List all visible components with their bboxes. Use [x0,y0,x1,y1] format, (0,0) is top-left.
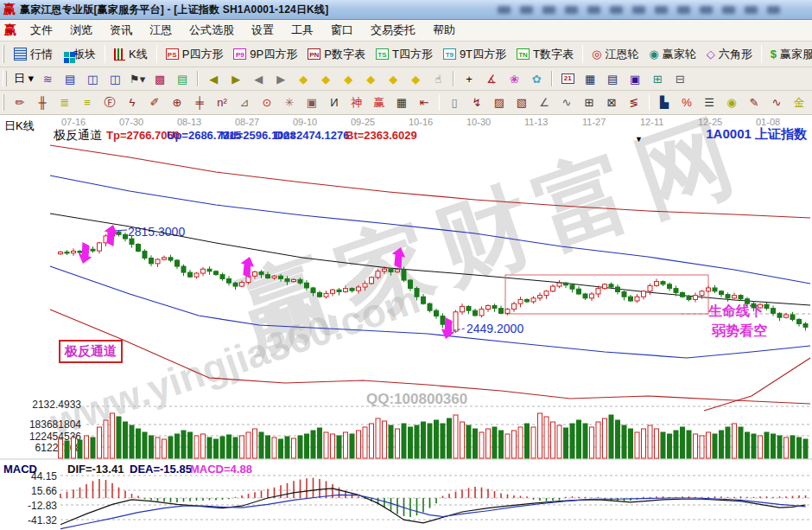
volume-bar [376,418,380,458]
candle-body [194,273,199,277]
volume-bar [466,425,471,458]
candle-body [674,289,678,293]
volume-bar [201,434,206,458]
macd-dif-line [60,488,806,525]
volume-bar [111,413,115,458]
volume-bar [577,420,581,458]
volume-bar [311,431,315,458]
candle-body [764,304,769,308]
candle-body [603,284,607,289]
volume-bar [162,439,167,458]
candle-body [803,324,808,328]
volume-bar [409,427,413,458]
candle-body [65,252,69,253]
channel-upper-blue-line [50,176,810,284]
candle-body [324,293,328,297]
candle-body [344,289,348,292]
candle-body [207,269,212,271]
volume-bar [305,434,309,458]
volume-bar [544,417,549,458]
volume-bar [655,429,659,458]
volume-bar [733,424,737,458]
candle-body [136,244,141,251]
candle-body [466,306,471,310]
volume-bar [370,424,374,458]
volume-bar [764,432,769,458]
candle-body [518,299,523,303]
candle-body [505,310,510,314]
volume-bar [266,436,270,458]
candle-body [570,285,574,289]
candle-body [609,284,613,287]
volume-bar [603,418,607,458]
volume-bar [492,427,497,458]
candle-body [713,288,717,291]
candle-body [428,303,432,310]
candle-body [577,289,581,294]
volume-bar [292,438,296,458]
candle-body [117,232,121,234]
candle-body [590,294,594,298]
volume-bar [609,415,613,458]
candle-body [279,276,283,278]
candle-body [739,296,743,299]
volume-bar [279,439,283,458]
candle-body [777,313,782,317]
candle-body [694,296,698,300]
candle-body [784,315,789,317]
candle-body [441,316,445,325]
volume-bar [596,422,600,458]
candle-body [220,275,225,279]
app-window: 赢 赢家江恩专业版[赢家服务平台] - [上证指数 SH1A0001-124日K… [0,0,812,530]
volume-bar [790,436,795,458]
volume-bar [363,427,367,458]
volume-bar [777,436,782,458]
candle-body [661,282,665,284]
volume-bar [525,424,530,458]
candle-body [681,292,685,297]
candle-body [551,286,555,291]
candle-body [285,278,289,281]
volume-bar [155,437,160,458]
buy-arrow-icon [76,242,95,265]
volume-bar [681,427,685,458]
candle-body [797,319,802,323]
candle-body [642,291,646,297]
volume-bar [674,431,678,458]
volume-bar [78,440,82,458]
volume-bar [531,427,536,458]
volume-bar [590,427,594,458]
volume-bar [175,434,180,458]
volume-bar [460,422,465,458]
candle-body [726,295,730,298]
volume-bar [694,434,698,458]
candle-body [538,296,542,298]
volume-bar [253,429,257,458]
candle-body [91,249,95,251]
volume-bar [72,437,76,458]
price-chart-canvas[interactable] [0,0,812,530]
volume-bar [784,437,789,458]
volume-bar [661,432,665,458]
volume-bar [233,437,238,458]
volume-bar [246,432,251,458]
volume-bar [194,436,199,458]
volume-bar [259,432,263,458]
candle-body [544,291,549,296]
candle-body [745,299,750,303]
candle-body [253,271,257,276]
volume-bar [59,439,63,458]
candle-body [311,288,315,292]
volume-bar [803,439,808,458]
candle-body [531,298,536,302]
volume-bar [739,427,743,458]
volume-bar [752,434,756,458]
candle-body [305,283,309,288]
candle-body [259,271,263,274]
candle-body [130,239,134,244]
candle-body [790,315,795,319]
volume-bar [124,422,128,458]
candle-body [583,294,587,298]
candle-body [383,269,387,271]
candle-body [758,304,763,308]
